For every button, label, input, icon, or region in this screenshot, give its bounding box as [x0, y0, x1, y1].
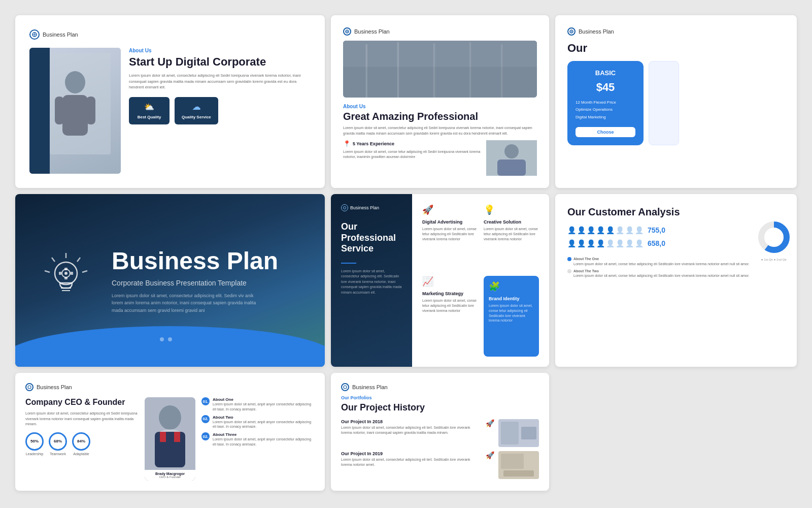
logo-icon-5 — [341, 204, 348, 211]
advertising-title: Digital Advertising — [422, 219, 478, 225]
dot-1 — [160, 337, 164, 341]
slide1-buttons: ⛅ Best Quality ☁ Quality Service — [129, 97, 311, 124]
legend-text-1: About The One Lorem ipsum dolor sit amet… — [573, 257, 750, 267]
slide-ceo: Business Plan Company CEO & Founder Lore… — [15, 373, 325, 491]
experience-text: Lorem ipsum dolor sit amet, conse tetur … — [343, 149, 481, 160]
people-1: 👤 👤 👤 👤 👤 👤 👤 👤 — [567, 226, 644, 234]
svg-rect-16 — [501, 44, 503, 98]
logo-icon-3 — [567, 27, 576, 36]
svg-rect-34 — [64, 277, 67, 279]
person12: 👤 — [596, 239, 605, 247]
plan-features: 12 Month Flexed Price Optimize Operation… — [576, 99, 635, 121]
about-num-2: 02. — [201, 415, 210, 423]
about3-body: Lorem ipsum dolor sit amet, anpit anyor … — [213, 437, 315, 447]
slide2-experience: 📍 5 Years Experience Lorem ipsum dolor s… — [343, 140, 481, 160]
stat-row-2: 👤 👤 👤 👤 👤 👤 👤 👤 658,0 — [567, 239, 785, 247]
dot-2 — [168, 337, 172, 341]
svg-line-24 — [52, 258, 55, 262]
chart-icon: 📈 — [422, 276, 478, 287]
people-2: 👤 👤 👤 👤 👤 👤 👤 👤 — [567, 239, 644, 247]
project2-icon: 🚀 — [486, 451, 494, 459]
feature3: Digital Marketing — [576, 114, 635, 121]
slide2-logo: Business Plan — [343, 27, 537, 36]
about-text-2: About Two Lorem ipsum dolor sit amet, an… — [213, 415, 315, 430]
legend-dot-2 — [567, 269, 571, 273]
person16-inactive: 👤 — [635, 239, 644, 247]
person2: 👤 — [577, 226, 586, 234]
experience-title: 5 Years Experience — [353, 141, 394, 146]
slide4-subtitle: Corporate Business Presentation Template — [112, 279, 278, 287]
chart-legend-label: ● 1st Qtr ● 2nd Qtr — [756, 258, 792, 261]
advertising-text: Lorem ipsum dolor sit amet, conse tetur … — [422, 227, 478, 241]
service-left-panel: Business Plan Our Professional Service L… — [331, 194, 412, 367]
marketing-text: Lorem ipsum dolor sit amet, conse tetur … — [422, 298, 478, 313]
project-history-title: Our Project History — [341, 402, 539, 413]
svg-rect-50 — [521, 427, 536, 439]
svg-point-43 — [159, 405, 181, 430]
project1-text: Lorem ipsum dolor sit amet, consectetur … — [341, 425, 482, 435]
service-item-brand: 🧩 Brand Identity Lorem ipsum dolor sit a… — [484, 276, 539, 357]
svg-rect-45 — [160, 432, 166, 442]
slide7-logo-text: Business Plan — [37, 384, 72, 390]
leadership-label: Leadership — [26, 452, 44, 456]
cloud2-icon: ☁ — [192, 102, 200, 112]
feature1: 12 Month Flexed Price — [576, 99, 635, 106]
svg-point-3 — [65, 71, 85, 93]
legend-items: About The One Lorem ipsum dolor sit amet… — [567, 257, 785, 280]
stat-row-1: 👤 👤 👤 👤 👤 👤 👤 👤 755,0 — [567, 226, 785, 234]
about-items: 01. About One Lorem ipsum dolor sit amet… — [201, 397, 315, 481]
slide8-logo-text: Business Plan — [352, 384, 388, 390]
slide7-left: Company CEO & Founder Lorem ipsum dolor … — [25, 397, 139, 481]
marketing-title: Marketing Strategy — [422, 291, 478, 296]
service-item-advertising: 🚀 Digital Advertising Lorem ipsum dolor … — [422, 204, 478, 270]
stat2-value: 658,0 — [648, 239, 665, 247]
customer-stats: 👤 👤 👤 👤 👤 👤 👤 👤 755,0 👤 👤 👤 👤 — [567, 226, 785, 247]
person10: 👤 — [577, 239, 586, 247]
slide5-logo: Business Plan — [341, 204, 402, 211]
person6-inactive: 👤 — [616, 226, 624, 234]
best-quality-label: Best Quality — [138, 115, 161, 119]
about-text-1: About One Lorem ipsum dolor sit amet, an… — [213, 397, 315, 412]
service-item-marketing: 📈 Marketing Strategy Lorem ipsum dolor s… — [422, 276, 478, 357]
slide8-logo: Business Plan — [341, 383, 539, 391]
project2-image — [498, 451, 539, 479]
about2-body: Lorem ipsum dolor sit amet, anpit anyor … — [213, 420, 315, 430]
service-item-creative: 💡 Creative Solution Lorem ipsum dolor si… — [484, 204, 539, 270]
slide2-body: Lorem ipsum dolor sit amet, consectetur … — [343, 125, 537, 136]
person8-inactive: 👤 — [635, 226, 644, 234]
slide1-logo-text: Business Plan — [43, 31, 78, 38]
person11: 👤 — [587, 239, 595, 247]
slide-pricing: Business Plan Our BASIC $45 12 Month Fle… — [555, 15, 797, 188]
project-2019: Our Project In 2019 Lorem ipsum dolor si… — [341, 451, 539, 479]
legend-item-2: About The Two Lorem ipsum dolor sit amet… — [567, 269, 785, 279]
svg-rect-33 — [64, 268, 67, 270]
stat-adaptable: 84% Adaptable — [72, 432, 90, 456]
choose-button[interactable]: Choose — [576, 127, 635, 137]
slide4-text: Business Plan Corporate Business Present… — [112, 247, 278, 314]
quality-service-label: Quality Service — [182, 115, 211, 119]
dot-3-active — [176, 337, 180, 341]
svg-point-41 — [28, 386, 31, 389]
project-2018: Our Project In 2018 Lorem ipsum dolor si… — [341, 419, 539, 447]
teamwork-label: Teamwork — [50, 452, 66, 456]
svg-line-25 — [77, 258, 80, 262]
plan-price: $45 — [576, 81, 635, 94]
svg-point-32 — [64, 272, 67, 275]
slide3-logo-text: Business Plan — [579, 28, 614, 35]
about-item-3: 02. About Three Lorem ipsum dolor sit am… — [201, 432, 315, 447]
about1-title: About One — [213, 397, 315, 402]
project2-year: Our Project In 2019 — [341, 451, 482, 456]
person7-inactive: 👤 — [625, 226, 634, 234]
svg-rect-53 — [503, 470, 534, 477]
slide7-content: Company CEO & Founder Lorem ipsum dolor … — [25, 397, 315, 481]
ceo-role: CEO & Founder — [147, 475, 193, 479]
location-icon: 📍 — [343, 140, 351, 147]
slide3-logo: Business Plan — [567, 27, 785, 36]
svg-rect-52 — [501, 454, 524, 469]
svg-rect-14 — [433, 43, 435, 98]
logo-icon-8 — [341, 383, 349, 391]
svg-rect-6 — [86, 97, 95, 124]
svg-point-37 — [344, 207, 346, 209]
slide-project-history: Business Plan Our Portfolios Our Project… — [331, 373, 549, 491]
project-2019-content: Our Project In 2019 Lorem ipsum dolor si… — [341, 451, 482, 467]
